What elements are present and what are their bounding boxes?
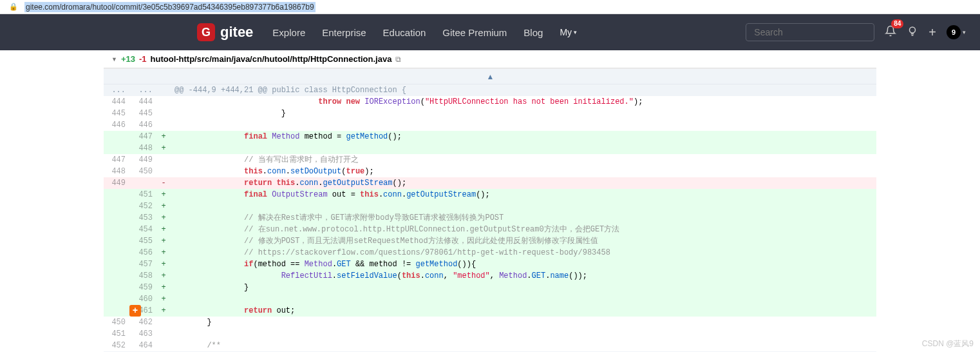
logo-icon: G	[197, 23, 215, 41]
code-content: final OutputStream out = this.conn.getOu…	[169, 189, 876, 200]
code-content: }	[169, 108, 876, 119]
line-no-new[interactable]: 457	[131, 259, 158, 270]
url-text[interactable]: gitee.com/dromara/hutool/commit/3e05c5b3…	[24, 2, 316, 12]
diff-line: 448450 this.conn.setDoOutput(true);	[104, 166, 876, 177]
line-no-new[interactable]: 455	[131, 235, 158, 247]
line-no-old[interactable]	[104, 282, 131, 293]
line-no-old[interactable]	[104, 270, 131, 282]
code-content: if(method == Method.GET && method != get…	[169, 259, 876, 270]
line-no-old[interactable]	[104, 247, 131, 259]
line-no-new[interactable]: 450	[131, 166, 158, 177]
diff-line: 445445 }	[104, 108, 876, 119]
diff-line: 449- return this.conn.getOutputStream();	[104, 177, 876, 189]
navbar: G gitee Explore Enterprise Education Git…	[0, 14, 980, 50]
line-no-old[interactable]	[104, 131, 131, 142]
svg-point-0	[910, 27, 916, 33]
line-no-new[interactable]: 456	[131, 247, 158, 259]
line-no-new[interactable]	[131, 177, 158, 189]
file-path: hutool-http/src/main/java/cn/hutool/http…	[151, 54, 392, 64]
code-content: // 修改为POST，而且无法调用setRequestMethod方法修改，因此…	[169, 235, 876, 247]
line-no-old[interactable]	[104, 293, 131, 305]
line-no-new[interactable]: 445	[131, 108, 158, 119]
logo[interactable]: G gitee	[197, 23, 253, 41]
hunk-header: @@ -444,9 +444,21 @@ public class HttpCo…	[169, 84, 876, 96]
nav-my[interactable]: My▾	[560, 27, 577, 38]
expand-up-button[interactable]: ▲	[104, 69, 876, 84]
search-input[interactable]	[746, 23, 874, 41]
line-no-old[interactable]	[104, 212, 131, 224]
line-no-new[interactable]: 447	[131, 131, 158, 142]
line-no-new[interactable]: 459	[131, 282, 158, 293]
logo-text: gitee	[220, 24, 253, 41]
nav-blog[interactable]: Blog	[523, 27, 543, 38]
line-no-old[interactable]: 447	[104, 154, 131, 166]
line-no-new[interactable]: 451	[131, 189, 158, 200]
line-no-new[interactable]: 462	[131, 317, 158, 328]
lock-icon: 🔒	[9, 3, 18, 11]
line-no-old[interactable]	[104, 200, 131, 212]
code-content: }	[169, 317, 876, 328]
line-no-old[interactable]	[104, 235, 131, 247]
line-no-old[interactable]: 446	[104, 119, 131, 131]
diff-line: 452464 /**	[104, 340, 876, 351]
line-no-old[interactable]	[104, 305, 131, 317]
line-no-new[interactable]: +461	[131, 305, 158, 317]
nav-education[interactable]: Education	[383, 27, 426, 38]
line-no-new: ...	[131, 84, 158, 96]
line-no-old[interactable]	[104, 142, 131, 154]
watermark: CSDN @蓝风9	[922, 338, 974, 349]
copy-icon[interactable]: ⧉	[395, 55, 401, 64]
line-no-new[interactable]: 449	[131, 154, 158, 166]
nav-explore[interactable]: Explore	[272, 27, 305, 38]
add-comment-button[interactable]: +	[129, 305, 141, 317]
diff-view: ▲ ......@@ -444,9 +444,21 @@ public clas…	[104, 68, 876, 352]
code-content: this.conn.setDoOutput(true);	[169, 166, 876, 177]
line-no-new[interactable]: 446	[131, 119, 158, 131]
line-no-new[interactable]: 464	[131, 340, 158, 351]
line-no-new[interactable]: 458	[131, 270, 158, 282]
deletions-count: -1	[139, 54, 147, 64]
diff-line: 447449 // 当有写出需求时，自动打开之	[104, 154, 876, 166]
line-no-new[interactable]: 444	[131, 96, 158, 108]
line-no-new[interactable]: 453	[131, 212, 158, 224]
line-no-old[interactable]: 452	[104, 340, 131, 351]
diff-line: 454+ // 在sun.net.www.protocol.http.HttpU…	[104, 224, 876, 235]
diff-line: 460+	[104, 293, 876, 305]
chevron-down-icon: ▾	[963, 29, 966, 35]
line-no-new[interactable]: 454	[131, 224, 158, 235]
diff-line: 450462 }	[104, 317, 876, 328]
code-content	[169, 293, 876, 305]
line-no-old[interactable]: 444	[104, 96, 131, 108]
line-no-new[interactable]: 448	[131, 142, 158, 154]
caret-icon[interactable]: ▼	[111, 56, 117, 63]
line-no-old[interactable]: 450	[104, 317, 131, 328]
plus-icon[interactable]: +	[928, 25, 936, 40]
diff-line: 451+ final OutputStream out = this.conn.…	[104, 189, 876, 200]
browser-url-bar: 🔒 gitee.com/dromara/hutool/commit/3e05c5…	[0, 0, 980, 14]
code-content	[169, 142, 876, 154]
nav-enterprise[interactable]: Enterprise	[322, 27, 366, 38]
notifications-icon[interactable]: 84	[885, 25, 896, 39]
line-no-old[interactable]: 445	[104, 108, 131, 119]
diff-line: 456+ // https://stackoverflow.com/questi…	[104, 247, 876, 259]
line-no-old[interactable]	[104, 189, 131, 200]
bulb-icon[interactable]	[907, 25, 918, 39]
code-content	[169, 328, 876, 340]
line-no-old[interactable]: 448	[104, 166, 131, 177]
line-no-old[interactable]	[104, 224, 131, 235]
nav-premium[interactable]: Gitee Premium	[442, 27, 507, 38]
code-content	[169, 119, 876, 131]
diff-line: 453+ // 解决在Rest请求中，GET请求附带body导致GET请求被强制…	[104, 212, 876, 224]
code-content: ReflectUtil.setFieldValue(this.conn, "me…	[169, 270, 876, 282]
line-no-new[interactable]: 460	[131, 293, 158, 305]
avatar: 9	[947, 25, 961, 39]
file-header: ▼ +13 -1 hutool-http/src/main/java/cn/hu…	[104, 50, 876, 68]
diff-line: 446446	[104, 119, 876, 131]
line-no-new[interactable]: 463	[131, 328, 158, 340]
line-no-new[interactable]: 452	[131, 200, 158, 212]
line-no-old[interactable]: 451	[104, 328, 131, 340]
line-no-old[interactable]	[104, 259, 131, 270]
line-no-old[interactable]: 449	[104, 177, 131, 189]
user-menu[interactable]: 9 ▾	[947, 25, 966, 39]
diff-line: +461+ return out;	[104, 305, 876, 317]
